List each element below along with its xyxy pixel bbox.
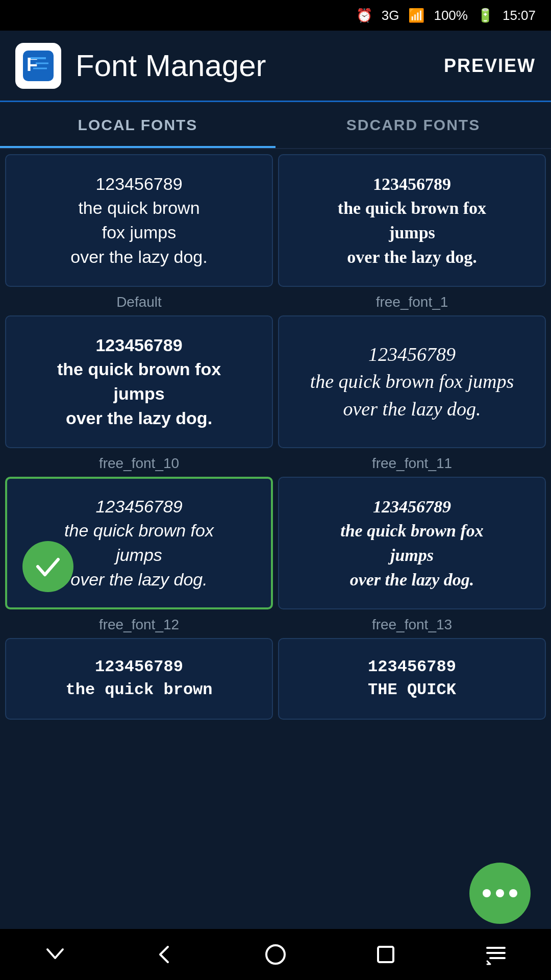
tab-local-fonts[interactable]: LOCAL FONTS	[0, 102, 276, 148]
font-preview-free-font-10: 123456789the quick brown foxjumpsover th…	[57, 333, 221, 430]
signal-icon: 📶	[408, 8, 424, 23]
font-card-free-font-14[interactable]: 123456789the quick brown	[5, 638, 273, 720]
font-card-free-font-15[interactable]: 123456789THE QUICK	[278, 638, 546, 720]
battery-text: 100%	[434, 8, 468, 23]
nav-recents-button[interactable]	[365, 939, 406, 970]
selected-checkmark	[22, 541, 73, 592]
signal-text: 3G	[382, 8, 399, 23]
fab-more-button[interactable]	[469, 863, 531, 924]
nav-menu-button[interactable]	[475, 939, 516, 970]
battery-icon: 🔋	[477, 8, 493, 23]
font-preview-free-font-13: 123456789the quick brown foxjumpsover th…	[340, 495, 484, 592]
preview-button[interactable]: PREVIEW	[444, 55, 536, 77]
font-card-free-font-11[interactable]: 123456789the quick brown fox jumpsover t…	[278, 315, 546, 448]
font-preview-free-font-15: 123456789THE QUICK	[368, 656, 456, 702]
more-dots-icon	[483, 889, 517, 897]
font-card-free-font-13[interactable]: 123456789the quick brown foxjumpsover th…	[278, 477, 546, 609]
font-item-free-font-15: 123456789THE QUICK	[278, 638, 546, 720]
nav-back-button[interactable]	[145, 939, 186, 970]
font-name-free-font-1: free_font_1	[376, 294, 448, 310]
nav-home-button[interactable]	[255, 939, 296, 970]
status-bar: ⏰ 3G 📶 100% 🔋 15:07	[0, 0, 551, 31]
font-item-free-font-13: 123456789the quick brown foxjumpsover th…	[278, 477, 546, 633]
font-card-free-font-12[interactable]: 123456789the quick brown foxjumpsover th…	[5, 477, 273, 609]
font-card-default[interactable]: 123456789the quick brownfox jumpsover th…	[5, 154, 273, 287]
tab-sdcard-fonts[interactable]: SDCARD FONTS	[276, 102, 551, 148]
tab-bar: LOCAL FONTS SDCARD FONTS	[0, 102, 551, 149]
font-preview-free-font-14: 123456789the quick brown	[65, 656, 212, 702]
font-name-free-font-13: free_font_13	[372, 617, 452, 633]
font-name-free-font-11: free_font_11	[372, 455, 452, 472]
font-grid: 123456789the quick brownfox jumpsover th…	[0, 149, 551, 725]
app-logo: F	[15, 43, 61, 89]
font-preview-free-font-12: 123456789the quick brown foxjumpsover th…	[64, 495, 214, 592]
app-title: Font Manager	[76, 48, 444, 83]
alarm-icon: ⏰	[356, 8, 372, 23]
time-text: 15:07	[503, 8, 536, 23]
font-item-default: 123456789the quick brownfox jumpsover th…	[5, 154, 273, 310]
svg-rect-6	[378, 947, 393, 962]
header: F Font Manager PREVIEW	[0, 31, 551, 102]
nav-chevron-down-button[interactable]	[35, 939, 76, 970]
font-card-free-font-10[interactable]: 123456789the quick brown foxjumpsover th…	[5, 315, 273, 448]
font-item-free-font-11: 123456789the quick brown fox jumpsover t…	[278, 315, 546, 472]
bottom-navigation	[0, 929, 551, 980]
font-item-free-font-12: 123456789the quick brown foxjumpsover th…	[5, 477, 273, 633]
font-name-default: Default	[116, 294, 162, 310]
font-preview-free-font-1: 123456789the quick brown foxjumpsover th…	[338, 172, 486, 269]
font-preview-free-font-11: 123456789the quick brown fox jumpsover t…	[310, 341, 514, 423]
font-item-free-font-10: 123456789the quick brown foxjumpsover th…	[5, 315, 273, 472]
font-name-free-font-10: free_font_10	[99, 455, 179, 472]
font-item-free-font-14: 123456789the quick brown	[5, 638, 273, 720]
font-card-free-font-1[interactable]: 123456789the quick brown foxjumpsover th…	[278, 154, 546, 287]
font-name-free-font-12: free_font_12	[99, 617, 179, 633]
font-preview-default: 123456789the quick brownfox jumpsover th…	[70, 172, 207, 269]
svg-point-5	[266, 945, 285, 964]
font-item-free-font-1: 123456789the quick brown foxjumpsover th…	[278, 154, 546, 310]
